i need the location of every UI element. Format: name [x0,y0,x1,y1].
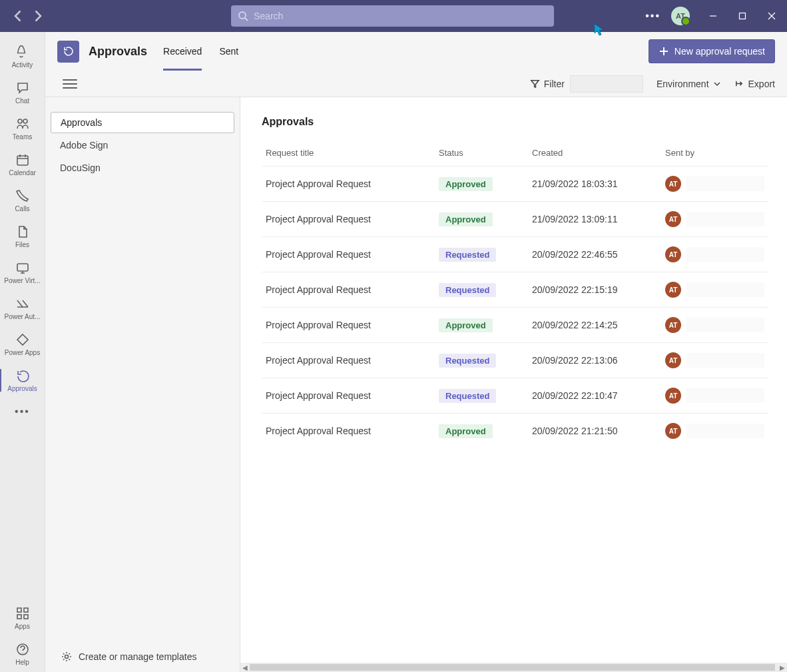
sender-name [686,388,764,403]
rail-item-power-apps[interactable]: Power Apps [0,326,45,362]
bell-icon [15,45,30,59]
sidebar-item-docusign[interactable]: DocuSign [51,157,234,178]
rail-item-help[interactable]: Help [0,636,45,672]
rail-item-label: Power Aut... [5,313,41,320]
gear-icon [61,651,72,662]
horizontal-scrollbar[interactable] [240,663,787,672]
sender-avatar: AT [665,317,681,333]
sender-avatar: AT [665,282,681,298]
new-approval-request-button[interactable]: New approval request [649,39,775,63]
user-avatar[interactable]: AT [671,7,690,25]
flow-icon [15,296,30,311]
app-more-button[interactable]: ••• [645,10,660,22]
window-maximize-button[interactable] [736,12,748,20]
column-header-created[interactable]: Created [528,144,661,167]
calls-icon [15,188,30,203]
tab-sent[interactable]: Sent [219,32,238,71]
sender-name [686,424,764,438]
rail-item-apps[interactable]: Apps [0,600,45,636]
status-badge: Requested [439,248,496,262]
cell-status: Requested [435,378,528,414]
table-row[interactable]: Project Approval RequestRequested20/09/2… [262,343,768,378]
window-minimize-button[interactable] [707,12,719,20]
cell-created: 21/09/2022 18:03:31 [528,167,661,202]
cell-created: 21/09/2022 13:09:11 [528,202,661,237]
cell-created: 20/09/2022 21:21:50 [528,414,661,449]
sidebar-item-approvals[interactable]: Approvals [51,112,234,133]
cell-title: Project Approval Request [262,308,435,343]
rail-item-chat[interactable]: Chat [0,75,45,111]
help-icon [15,642,30,657]
table-row[interactable]: Project Approval RequestApproved21/09/20… [262,202,768,237]
table-row[interactable]: Project Approval RequestApproved20/09/20… [262,308,768,343]
sender-name [686,318,764,332]
svg-rect-1 [740,13,746,19]
cell-sentby: AT [661,167,768,202]
cell-title: Project Approval Request [262,272,435,308]
cell-title: Project Approval Request [262,202,435,237]
cell-sentby: AT [661,414,768,449]
filter-button[interactable]: Filter [530,79,565,89]
rail-item-power-virt-[interactable]: Power Virt... [0,254,45,290]
svg-rect-4 [17,156,28,165]
window-close-button[interactable] [766,12,778,20]
new-approval-request-label: New approval request [674,46,765,57]
rail-item-calendar[interactable]: Calendar [0,147,45,182]
title-bar: ••• AT [0,0,787,32]
chevron-down-icon [713,80,721,88]
column-header-status[interactable]: Status [435,144,528,167]
sender-avatar: AT [665,211,681,227]
table-row[interactable]: Project Approval RequestApproved20/09/20… [262,414,768,449]
manage-templates-label: Create or manage templates [79,651,196,662]
cell-sentby: AT [661,202,768,237]
rail-item-power-aut-[interactable]: Power Aut... [0,290,45,326]
svg-point-0 [239,12,246,19]
rail-item-files[interactable]: Files [0,218,45,254]
sender-name [686,353,764,368]
export-button[interactable]: Export [734,79,775,89]
search-input[interactable] [254,11,547,21]
sidebar-item-adobe-sign[interactable]: Adobe Sign [51,135,234,156]
rail-item-activity[interactable]: Activity [0,39,45,75]
cell-title: Project Approval Request [262,167,435,202]
connector-sidebar: ApprovalsAdobe SignDocuSign Create or ma… [45,97,240,672]
cell-created: 20/09/2022 22:14:25 [528,308,661,343]
rail-item-approvals[interactable]: Approvals [0,362,45,398]
table-row[interactable]: Project Approval RequestRequested20/09/2… [262,378,768,414]
apps-icon [15,606,30,621]
table-row[interactable]: Project Approval RequestApproved21/09/20… [262,167,768,202]
environment-label: Environment [656,79,709,89]
forward-button[interactable] [31,9,44,23]
rail-item-calls[interactable]: Calls [0,182,45,218]
approvals-app-icon [57,41,79,63]
back-button[interactable] [12,9,25,23]
search-box[interactable] [231,5,554,27]
rail-item-label: Calendar [9,169,36,176]
cell-status: Requested [435,272,528,308]
rail-item-label: Chat [15,97,29,105]
column-header-title[interactable]: Request title [262,144,435,167]
svg-point-11 [65,655,69,658]
cell-sentby: AT [661,308,768,343]
table-row[interactable]: Project Approval RequestRequested20/09/2… [262,237,768,272]
column-header-sentby[interactable]: Sent by [661,144,768,167]
manage-templates-button[interactable]: Create or manage templates [45,640,240,672]
plus-icon [658,46,669,57]
table-row[interactable]: Project Approval RequestRequested20/09/2… [262,272,768,308]
filter-label: Filter [544,79,565,89]
cell-created: 20/09/2022 22:13:06 [528,343,661,378]
hamburger-button[interactable] [63,77,77,91]
rail-more-button[interactable]: ••• [0,398,45,425]
list-title: Approvals [262,116,768,128]
sender-avatar: AT [665,388,681,404]
tab-received[interactable]: Received [163,32,202,71]
rail-item-teams[interactable]: Teams [0,111,45,147]
cell-title: Project Approval Request [262,414,435,449]
svg-rect-9 [24,615,28,619]
filter-input[interactable] [570,75,643,93]
rail-item-label: Power Virt... [4,277,40,284]
rail-item-label: Apps [15,623,30,630]
rail-item-label: Approvals [7,385,37,392]
environment-dropdown[interactable]: Environment [656,79,721,89]
cell-sentby: AT [661,343,768,378]
